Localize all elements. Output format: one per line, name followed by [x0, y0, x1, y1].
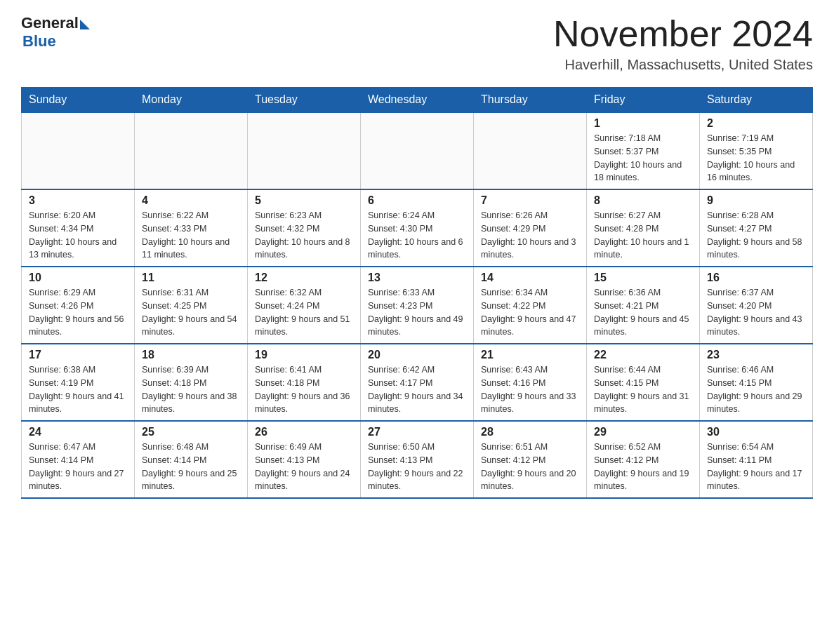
- day-number: 16: [707, 271, 805, 284]
- calendar-cell: 12Sunrise: 6:32 AMSunset: 4:24 PMDayligh…: [248, 267, 361, 344]
- calendar-cell: 11Sunrise: 6:31 AMSunset: 4:25 PMDayligh…: [135, 267, 248, 344]
- calendar-cell: 17Sunrise: 6:38 AMSunset: 4:19 PMDayligh…: [22, 344, 135, 421]
- calendar-cell: [135, 112, 248, 189]
- weekday-header-sunday: Sunday: [22, 88, 135, 113]
- day-info: Sunrise: 6:28 AMSunset: 4:27 PMDaylight:…: [707, 209, 805, 262]
- day-info: Sunrise: 6:31 AMSunset: 4:25 PMDaylight:…: [142, 286, 240, 339]
- week-row-2: 3Sunrise: 6:20 AMSunset: 4:34 PMDaylight…: [22, 189, 813, 267]
- day-info: Sunrise: 6:36 AMSunset: 4:21 PMDaylight:…: [594, 286, 692, 339]
- calendar-cell: 29Sunrise: 6:52 AMSunset: 4:12 PMDayligh…: [587, 421, 700, 498]
- day-number: 20: [368, 349, 466, 361]
- day-number: 7: [481, 194, 579, 207]
- day-info: Sunrise: 6:50 AMSunset: 4:13 PMDaylight:…: [368, 441, 466, 493]
- day-info: Sunrise: 6:49 AMSunset: 4:13 PMDaylight:…: [255, 441, 353, 493]
- calendar-cell: 1Sunrise: 7:18 AMSunset: 5:37 PMDaylight…: [587, 112, 700, 189]
- day-number: 25: [142, 426, 240, 438]
- weekday-header-monday: Monday: [135, 88, 248, 113]
- day-number: 12: [255, 271, 353, 284]
- day-info: Sunrise: 6:46 AMSunset: 4:15 PMDaylight:…: [707, 363, 805, 416]
- logo-arrow-icon: [80, 20, 90, 29]
- weekday-header-tuesday: Tuesday: [248, 88, 361, 113]
- day-number: 9: [707, 194, 805, 207]
- calendar-cell: 13Sunrise: 6:33 AMSunset: 4:23 PMDayligh…: [361, 267, 474, 344]
- location-title: Haverhill, Massachusetts, United States: [553, 57, 813, 73]
- calendar-cell: 8Sunrise: 6:27 AMSunset: 4:28 PMDaylight…: [587, 189, 700, 267]
- weekday-header-row: SundayMondayTuesdayWednesdayThursdayFrid…: [22, 88, 813, 113]
- weekday-header-saturday: Saturday: [700, 88, 813, 113]
- day-info: Sunrise: 6:43 AMSunset: 4:16 PMDaylight:…: [481, 363, 579, 416]
- day-info: Sunrise: 6:23 AMSunset: 4:32 PMDaylight:…: [255, 209, 353, 262]
- day-info: Sunrise: 6:33 AMSunset: 4:23 PMDaylight:…: [368, 286, 466, 339]
- calendar-cell: [361, 112, 474, 189]
- calendar-cell: [474, 112, 587, 189]
- calendar-cell: 23Sunrise: 6:46 AMSunset: 4:15 PMDayligh…: [700, 344, 813, 421]
- week-row-4: 17Sunrise: 6:38 AMSunset: 4:19 PMDayligh…: [22, 344, 813, 421]
- logo-blue-text: Blue: [22, 32, 56, 51]
- day-info: Sunrise: 6:38 AMSunset: 4:19 PMDaylight:…: [29, 363, 127, 416]
- calendar-cell: [248, 112, 361, 189]
- day-number: 15: [594, 271, 692, 284]
- day-number: 8: [594, 194, 692, 207]
- day-number: 23: [707, 349, 805, 361]
- day-info: Sunrise: 6:51 AMSunset: 4:12 PMDaylight:…: [481, 441, 579, 493]
- day-info: Sunrise: 6:22 AMSunset: 4:33 PMDaylight:…: [142, 209, 240, 262]
- calendar-cell: 5Sunrise: 6:23 AMSunset: 4:32 PMDaylight…: [248, 189, 361, 267]
- calendar-cell: 3Sunrise: 6:20 AMSunset: 4:34 PMDaylight…: [22, 189, 135, 267]
- day-info: Sunrise: 6:48 AMSunset: 4:14 PMDaylight:…: [142, 441, 240, 493]
- calendar-cell: 15Sunrise: 6:36 AMSunset: 4:21 PMDayligh…: [587, 267, 700, 344]
- day-number: 21: [481, 349, 579, 361]
- day-info: Sunrise: 7:18 AMSunset: 5:37 PMDaylight:…: [594, 132, 692, 185]
- day-info: Sunrise: 6:41 AMSunset: 4:18 PMDaylight:…: [255, 363, 353, 416]
- day-number: 29: [594, 426, 692, 438]
- day-number: 30: [707, 426, 805, 438]
- title-section: November 2024 Haverhill, Massachusetts, …: [553, 14, 813, 73]
- day-number: 6: [368, 194, 466, 207]
- week-row-1: 1Sunrise: 7:18 AMSunset: 5:37 PMDaylight…: [22, 112, 813, 189]
- day-number: 28: [481, 426, 579, 438]
- day-info: Sunrise: 6:54 AMSunset: 4:11 PMDaylight:…: [707, 441, 805, 493]
- day-number: 18: [142, 349, 240, 361]
- day-number: 17: [29, 349, 127, 361]
- day-info: Sunrise: 6:26 AMSunset: 4:29 PMDaylight:…: [481, 209, 579, 262]
- calendar-cell: [22, 112, 135, 189]
- day-number: 3: [29, 194, 127, 207]
- logo: General Blue: [21, 14, 90, 51]
- calendar-cell: 26Sunrise: 6:49 AMSunset: 4:13 PMDayligh…: [248, 421, 361, 498]
- calendar-cell: 19Sunrise: 6:41 AMSunset: 4:18 PMDayligh…: [248, 344, 361, 421]
- week-row-3: 10Sunrise: 6:29 AMSunset: 4:26 PMDayligh…: [22, 267, 813, 344]
- month-title: November 2024: [553, 14, 813, 54]
- day-info: Sunrise: 6:20 AMSunset: 4:34 PMDaylight:…: [29, 209, 127, 262]
- day-number: 10: [29, 271, 127, 284]
- day-number: 14: [481, 271, 579, 284]
- calendar-cell: 7Sunrise: 6:26 AMSunset: 4:29 PMDaylight…: [474, 189, 587, 267]
- day-info: Sunrise: 6:27 AMSunset: 4:28 PMDaylight:…: [594, 209, 692, 262]
- calendar-cell: 2Sunrise: 7:19 AMSunset: 5:35 PMDaylight…: [700, 112, 813, 189]
- calendar-cell: 6Sunrise: 6:24 AMSunset: 4:30 PMDaylight…: [361, 189, 474, 267]
- calendar-table: SundayMondayTuesdayWednesdayThursdayFrid…: [21, 87, 813, 499]
- day-number: 19: [255, 349, 353, 361]
- day-number: 2: [707, 117, 805, 130]
- day-number: 27: [368, 426, 466, 438]
- day-number: 24: [29, 426, 127, 438]
- calendar-cell: 25Sunrise: 6:48 AMSunset: 4:14 PMDayligh…: [135, 421, 248, 498]
- day-info: Sunrise: 6:39 AMSunset: 4:18 PMDaylight:…: [142, 363, 240, 416]
- day-info: Sunrise: 6:29 AMSunset: 4:26 PMDaylight:…: [29, 286, 127, 339]
- day-number: 11: [142, 271, 240, 284]
- calendar-cell: 14Sunrise: 6:34 AMSunset: 4:22 PMDayligh…: [474, 267, 587, 344]
- calendar-cell: 22Sunrise: 6:44 AMSunset: 4:15 PMDayligh…: [587, 344, 700, 421]
- day-info: Sunrise: 7:19 AMSunset: 5:35 PMDaylight:…: [707, 132, 805, 185]
- day-info: Sunrise: 6:37 AMSunset: 4:20 PMDaylight:…: [707, 286, 805, 339]
- day-info: Sunrise: 6:42 AMSunset: 4:17 PMDaylight:…: [368, 363, 466, 416]
- calendar-cell: 24Sunrise: 6:47 AMSunset: 4:14 PMDayligh…: [22, 421, 135, 498]
- day-info: Sunrise: 6:32 AMSunset: 4:24 PMDaylight:…: [255, 286, 353, 339]
- calendar-cell: 9Sunrise: 6:28 AMSunset: 4:27 PMDaylight…: [700, 189, 813, 267]
- logo-general-text: General: [21, 14, 79, 32]
- calendar-cell: 30Sunrise: 6:54 AMSunset: 4:11 PMDayligh…: [700, 421, 813, 498]
- calendar-cell: 28Sunrise: 6:51 AMSunset: 4:12 PMDayligh…: [474, 421, 587, 498]
- day-info: Sunrise: 6:47 AMSunset: 4:14 PMDaylight:…: [29, 441, 127, 493]
- calendar-cell: 18Sunrise: 6:39 AMSunset: 4:18 PMDayligh…: [135, 344, 248, 421]
- calendar-cell: 21Sunrise: 6:43 AMSunset: 4:16 PMDayligh…: [474, 344, 587, 421]
- day-info: Sunrise: 6:44 AMSunset: 4:15 PMDaylight:…: [594, 363, 692, 416]
- weekday-header-friday: Friday: [587, 88, 700, 113]
- calendar-cell: 10Sunrise: 6:29 AMSunset: 4:26 PMDayligh…: [22, 267, 135, 344]
